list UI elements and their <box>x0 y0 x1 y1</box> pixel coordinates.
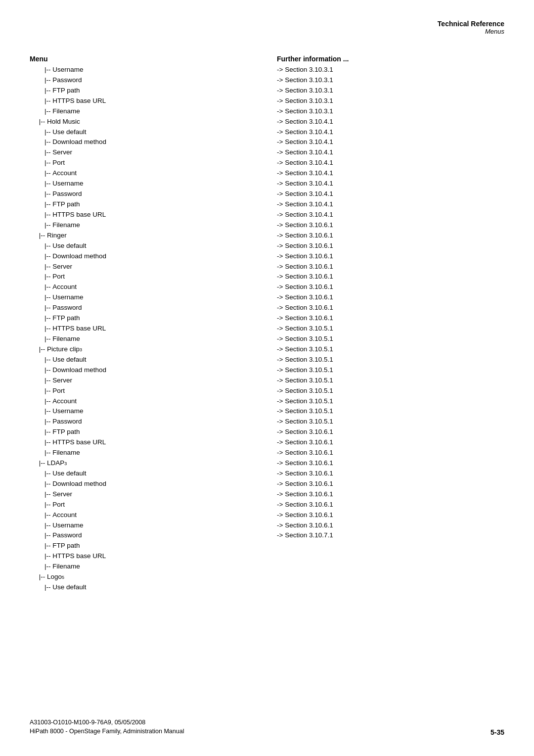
menu-item: |-- Logo5 <box>30 572 267 582</box>
menu-item: |-- Port <box>30 272 267 282</box>
menu-item: |-- Filename <box>30 448 267 458</box>
menu-label: FTP path <box>52 427 80 437</box>
menu-item: |-- Account <box>30 282 267 292</box>
menu-indent: |-- <box>30 147 52 158</box>
info-item: -> Section 3.10.3.1 <box>277 75 504 86</box>
menu-item: |-- Password <box>30 417 267 427</box>
menu-indent: |-- <box>30 272 52 282</box>
info-item: -> Section 3.10.4.1 <box>277 210 504 220</box>
menu-item: |-- FTP path <box>30 427 267 437</box>
menu-item: |-- HTTPS base URL <box>30 551 267 562</box>
menu-indent: |-- <box>30 158 52 168</box>
menu-label: Password <box>52 530 82 541</box>
menu-indent: |-- <box>30 303 52 313</box>
menu-label: Username <box>52 520 83 531</box>
info-column-header: Further information ... <box>277 55 504 63</box>
menu-label: Server <box>52 147 72 158</box>
menu-item: |-- Server <box>30 489 267 500</box>
menu-indent: |-- <box>30 75 52 86</box>
menu-item: |-- HTTPS base URL <box>30 210 267 220</box>
menu-item: |-- Download method <box>30 365 267 376</box>
menu-item: |-- Port <box>30 386 267 396</box>
menu-label: HTTPS base URL <box>52 96 106 106</box>
info-item: -> Section 3.10.4.1 <box>277 137 504 147</box>
info-item: -> Section 3.10.4.1 <box>277 158 504 168</box>
info-item: -> Section 3.10.3.1 <box>277 86 504 96</box>
menu-column-header: Menu <box>30 55 267 63</box>
menu-label: Username <box>52 179 83 189</box>
menu-item: |-- Password <box>30 303 267 313</box>
menu-indent: |-- <box>30 179 52 189</box>
menu-indent: |-- <box>30 427 52 437</box>
menu-item: |-- Filename <box>30 334 267 344</box>
info-item: -> Section 3.10.6.1 <box>277 231 504 241</box>
menu-label: Port <box>52 272 65 282</box>
menu-label: Username <box>52 406 83 417</box>
info-rows: -> Section 3.10.3.1-> Section 3.10.3.1->… <box>277 65 504 541</box>
info-item: -> Section 3.10.5.1 <box>277 376 504 386</box>
info-item: -> Section 3.10.6.1 <box>277 303 504 313</box>
menu-label: Password <box>52 303 82 313</box>
menu-label: Account <box>52 282 77 292</box>
info-item: -> Section 3.10.5.1 <box>277 324 504 334</box>
menu-indent: |-- <box>30 479 52 489</box>
info-item: -> Section 3.10.6.1 <box>277 313 504 324</box>
info-item: -> Section 3.10.5.1 <box>277 334 504 344</box>
menu-indent: |-- <box>30 334 52 344</box>
menu-item: |-- Server <box>30 376 267 386</box>
menu-item: |-- Filename <box>30 106 267 117</box>
info-item: -> Section 3.10.5.1 <box>277 417 504 427</box>
info-item: -> Section 3.10.6.1 <box>277 220 504 231</box>
menu-label: Server <box>52 489 72 500</box>
menu-indent: |-- <box>30 582 52 593</box>
menu-indent: |-- <box>30 189 52 199</box>
menu-item: |-- Use default <box>30 469 267 479</box>
menu-indent: |-- <box>30 137 52 147</box>
info-item: -> Section 3.10.4.1 <box>277 127 504 138</box>
page-number: 5-35 <box>490 728 504 736</box>
menu-label: HTTPS base URL <box>52 437 106 448</box>
info-item: -> Section 3.10.6.1 <box>277 469 504 479</box>
menu-label: Port <box>52 386 65 396</box>
info-item: -> Section 3.10.7.1 <box>277 530 504 541</box>
menu-label: Filename <box>52 106 80 117</box>
menu-label: Ringer <box>47 231 67 241</box>
footer-left: A31003-O1010-M100-9-76A9, 05/05/2008 HiP… <box>30 718 184 737</box>
menu-item: |-- HTTPS base URL <box>30 437 267 448</box>
menu-label: Filename <box>52 334 80 344</box>
menu-item: |-- Filename <box>30 220 267 231</box>
menu-label: Username <box>52 65 83 75</box>
menu-superscript: 3 <box>64 461 67 468</box>
menu-indent: |-- <box>30 199 52 210</box>
menu-item: |-- Ringer <box>30 231 267 241</box>
page-footer: A31003-O1010-M100-9-76A9, 05/05/2008 HiP… <box>30 718 504 737</box>
content-area: Menu |-- Username |-- Password |-- FTP p… <box>30 55 504 593</box>
info-item: -> Section 3.10.5.1 <box>277 386 504 396</box>
menu-item: |-- FTP path <box>30 313 267 324</box>
menu-item: |-- Account <box>30 396 267 407</box>
info-item: -> Section 3.10.4.1 <box>277 199 504 210</box>
menu-label: Download method <box>52 137 106 147</box>
menu-label: Download method <box>52 479 106 489</box>
menu-item: |-- Server <box>30 147 267 158</box>
menu-item: |-- Username <box>30 292 267 303</box>
menu-item: |-- Use default <box>30 355 267 365</box>
menu-label: Account <box>52 396 77 407</box>
menu-indent: |-- <box>30 231 47 241</box>
menu-indent: |-- <box>30 489 52 500</box>
menu-label: Server <box>52 376 72 386</box>
menu-item: |-- Use default <box>30 241 267 251</box>
menu-label: Filename <box>52 220 80 231</box>
menu-item: |-- Username <box>30 406 267 417</box>
menu-item: |-- Server <box>30 262 267 272</box>
menu-indent: |-- <box>30 220 52 231</box>
menu-label: Account <box>52 510 77 520</box>
menu-column: Menu |-- Username |-- Password |-- FTP p… <box>30 55 267 593</box>
menu-label: FTP path <box>52 313 80 324</box>
menu-label: Use default <box>52 241 86 251</box>
menu-item: |-- FTP path <box>30 199 267 210</box>
menu-indent: |-- <box>30 292 52 303</box>
menu-indent: |-- <box>30 117 47 127</box>
menu-label: Use default <box>52 469 86 479</box>
menu-indent: |-- <box>30 448 52 458</box>
